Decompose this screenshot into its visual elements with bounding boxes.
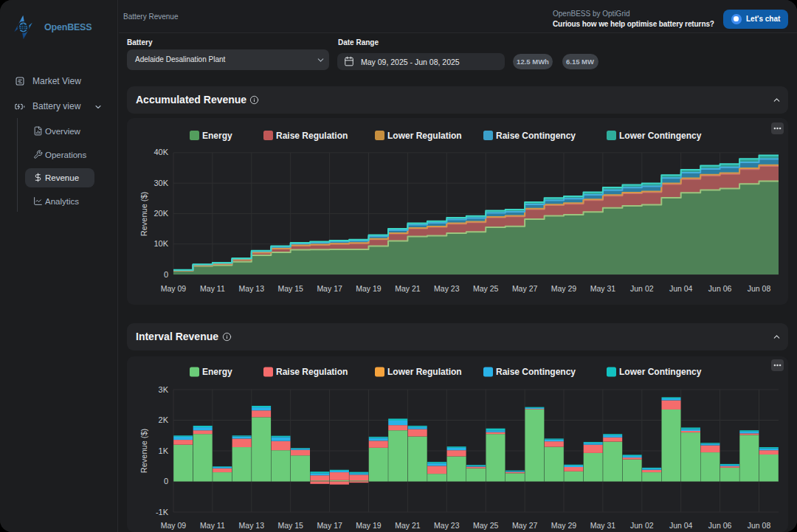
svg-text:Raise Regulation: Raise Regulation [276, 131, 348, 141]
svg-text:May 25: May 25 [473, 521, 499, 530]
svg-text:40K: 40K [153, 148, 168, 156]
svg-text:3K: 3K [159, 385, 169, 394]
svg-text:30K: 30K [153, 179, 168, 187]
svg-text:May 17: May 17 [317, 284, 342, 293]
svg-text:Energy: Energy [202, 131, 232, 141]
svg-text:May 17: May 17 [317, 521, 342, 530]
svg-text:May 23: May 23 [434, 521, 460, 530]
svg-text:May 29: May 29 [551, 521, 577, 530]
svg-text:Lower Contingency: Lower Contingency [619, 131, 702, 141]
svg-text:Energy: Energy [202, 367, 232, 377]
svg-text:Jun 06: Jun 06 [708, 521, 732, 530]
svg-text:May 31: May 31 [590, 284, 616, 293]
svg-text:Raise Contingency: Raise Contingency [496, 367, 576, 377]
svg-text:-1K: -1K [156, 508, 169, 517]
svg-text:May 13: May 13 [239, 284, 265, 293]
svg-text:Revenue ($): Revenue ($) [139, 429, 148, 474]
svg-text:May 29: May 29 [551, 284, 577, 293]
svg-text:May 11: May 11 [200, 521, 225, 530]
svg-text:0: 0 [164, 270, 168, 279]
svg-text:May 09: May 09 [161, 521, 187, 530]
svg-text:10K: 10K [153, 239, 168, 248]
svg-text:20K: 20K [153, 209, 168, 218]
svg-text:Jun 02: Jun 02 [630, 284, 654, 293]
svg-text:Jun 04: Jun 04 [669, 521, 693, 530]
svg-text:Jun 08: Jun 08 [748, 521, 771, 530]
svg-text:May 25: May 25 [473, 284, 499, 293]
svg-text:Lower Regulation: Lower Regulation [387, 367, 462, 377]
svg-text:May 19: May 19 [356, 521, 382, 530]
svg-text:Jun 04: Jun 04 [669, 284, 693, 293]
svg-text:Lower Regulation: Lower Regulation [387, 131, 462, 141]
svg-text:May 11: May 11 [200, 284, 225, 293]
svg-text:Raise Contingency: Raise Contingency [496, 131, 576, 141]
svg-text:May 15: May 15 [277, 284, 303, 293]
svg-text:Jun 08: Jun 08 [748, 284, 771, 293]
svg-text:May 21: May 21 [395, 284, 421, 293]
svg-text:2K: 2K [159, 415, 169, 424]
svg-text:May 27: May 27 [512, 284, 538, 293]
svg-text:Jun 06: Jun 06 [708, 284, 732, 293]
svg-text:May 15: May 15 [277, 521, 303, 530]
svg-text:May 27: May 27 [512, 521, 538, 530]
svg-text:May 23: May 23 [434, 284, 460, 293]
svg-text:Revenue ($): Revenue ($) [139, 192, 148, 237]
svg-text:May 09: May 09 [161, 284, 187, 293]
svg-text:May 31: May 31 [590, 521, 616, 530]
svg-text:1K: 1K [159, 446, 169, 455]
svg-text:May 13: May 13 [239, 521, 265, 530]
svg-text:Lower Contingency: Lower Contingency [619, 367, 702, 377]
svg-text:Raise Regulation: Raise Regulation [276, 367, 348, 377]
svg-text:Jun 02: Jun 02 [630, 521, 654, 530]
svg-text:0: 0 [164, 477, 168, 486]
svg-text:May 21: May 21 [395, 521, 421, 530]
svg-text:May 19: May 19 [356, 284, 382, 293]
